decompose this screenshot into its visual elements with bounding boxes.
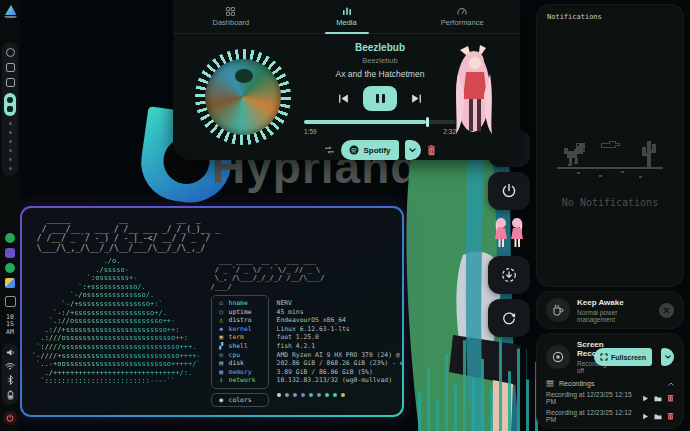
- tray-icon-purple[interactable]: [5, 248, 15, 258]
- keep-awake-toggle[interactable]: [659, 303, 674, 318]
- keep-awake-title: Keep Awake: [577, 298, 652, 307]
- fetch-value: NERV: [277, 299, 402, 308]
- terminal-content: _____ __ __ _ / ___/__ _ ___ / /__ ___ _…: [22, 208, 402, 415]
- recording-label: Recording at 12/23/25 12:15 PM: [546, 391, 637, 405]
- tab-label: Media: [336, 18, 356, 27]
- delete-icon[interactable]: [667, 412, 674, 420]
- power-button[interactable]: [3, 411, 17, 425]
- fetch-value: foot 1.25.0: [277, 333, 402, 342]
- spotify-icon: [349, 145, 359, 155]
- terminal-window[interactable]: _____ __ __ _ / ___/__ _ ___ / /__ ___ _…: [20, 206, 404, 417]
- fetch-label: kernel: [229, 325, 252, 334]
- fetch-value: 10.132.83.213/32 (wg0-mullvad): [277, 376, 402, 385]
- fetch-value: Linux 6.12.63-1-lts: [277, 325, 402, 334]
- palette-icon: ●: [218, 396, 225, 404]
- track-artist: Ax and the Hatchetmen: [300, 69, 460, 79]
- ascii-art-endeavouros-logo: ./o. ./sssso- `:osssssss+- `:+ssssssssss…: [32, 257, 201, 407]
- ascii-art-hostname: ___ ____ __ _ ___ ___ / _ `/ _ \/ ' \/_ …: [211, 257, 402, 291]
- fetch-values: NERV 45 mins EndeavourOS x86_64 Linux 6.…: [277, 295, 402, 407]
- media-tab-content: Beezlebub Beezlebub Ax and the Hatchetme…: [173, 34, 520, 160]
- distro-icon: △: [218, 316, 225, 325]
- dashboard-grid-icon: [226, 7, 235, 16]
- folder-icon[interactable]: [654, 395, 662, 402]
- progress-bar[interactable]: [304, 120, 456, 124]
- workspace-dot[interactable]: [9, 167, 12, 170]
- fetch-value: 3.89 GiB / 86.06 GiB (5%): [277, 368, 402, 377]
- play-icon[interactable]: [642, 395, 649, 402]
- clock-widget: 10 15 AM: [6, 314, 14, 337]
- previous-track-button[interactable]: [338, 93, 349, 104]
- uptime-icon: ○: [218, 308, 225, 317]
- recording-label: Recording at 12/23/25 12:12 PM: [546, 409, 637, 423]
- endeavouros-logo-icon[interactable]: [3, 4, 18, 18]
- workspace-dot[interactable]: [9, 122, 12, 125]
- active-workspace-indicator[interactable]: [4, 93, 16, 116]
- fetch-label: disk: [229, 359, 244, 368]
- fetch-value: EndeavourOS x86_64: [277, 316, 402, 325]
- workspace-dot[interactable]: [9, 131, 12, 134]
- player-switch-icon[interactable]: [324, 145, 335, 155]
- fetch-label: uptime: [229, 308, 252, 317]
- elapsed-time: 1:59: [304, 128, 317, 135]
- track-album: Beezlebub: [300, 56, 460, 65]
- player-dropdown-button[interactable]: [405, 140, 421, 160]
- workspace-dot[interactable]: [9, 140, 12, 143]
- tray-icon-green[interactable]: [5, 233, 15, 243]
- workspace-app-icon[interactable]: [6, 63, 15, 72]
- close-player-button[interactable]: [427, 145, 436, 156]
- restart-button[interactable]: [488, 299, 530, 337]
- screen-recorder-card: Screen Recorder Recording off Fullscreen…: [536, 333, 684, 429]
- tab-media[interactable]: Media: [289, 0, 405, 33]
- workspaces-widget[interactable]: [2, 42, 18, 176]
- update-button[interactable]: [488, 256, 530, 294]
- fetch-label: cpu: [229, 351, 241, 360]
- folder-icon[interactable]: [654, 413, 662, 420]
- player-select-button[interactable]: Spotify: [341, 140, 398, 160]
- terminal-color-palette: [277, 393, 402, 397]
- screen-recorder-title: Screen Recorder: [577, 340, 587, 358]
- tray-icon-chart[interactable]: [5, 278, 15, 288]
- fetch-value: 202.86 GiB / 868.26 GiB (23%) - ext4: [277, 359, 402, 368]
- progress-handle[interactable]: [426, 117, 429, 127]
- tab-performance[interactable]: Performance: [404, 0, 520, 33]
- next-track-button[interactable]: [411, 93, 422, 104]
- fetch-label: term: [229, 333, 244, 342]
- clipboard-tray-icon[interactable]: [5, 296, 16, 307]
- close-icon: [663, 307, 670, 314]
- disk-icon: ▤: [218, 359, 225, 368]
- tray-icon-green-alt[interactable]: [5, 263, 15, 273]
- recordings-header: Recordings: [559, 380, 594, 387]
- collapse-chevron-icon[interactable]: [668, 382, 674, 386]
- cpu-icon: ◎: [218, 351, 225, 360]
- record-mode-dropdown[interactable]: [661, 348, 674, 366]
- desktop: Hyprland: [0, 0, 690, 431]
- delete-icon[interactable]: [667, 394, 674, 402]
- status-icons[interactable]: [2, 343, 18, 405]
- network-icon: ↕: [218, 376, 225, 385]
- fetch-label: hname: [229, 299, 248, 308]
- workspace-dot[interactable]: [9, 149, 12, 152]
- chibi-characters-art: [492, 215, 526, 251]
- system-tray: [5, 233, 15, 288]
- dashboard-tabs: Dashboard Media Performance: [173, 0, 520, 34]
- recording-row[interactable]: Recording at 12/23/25 12:15 PM: [546, 391, 674, 405]
- workspace-app-icon[interactable]: [6, 78, 15, 87]
- performance-gauge-icon: [457, 7, 467, 16]
- notifications-panel: Notifications: [536, 4, 684, 287]
- recording-row[interactable]: Recording at 12/23/25 12:12 PM: [546, 409, 674, 423]
- play-icon[interactable]: [642, 413, 649, 420]
- fetch-value: fish 4.2.1: [277, 342, 402, 351]
- shutdown-button[interactable]: [488, 172, 530, 210]
- workspace-dot[interactable]: [9, 158, 12, 161]
- workspace-app-icon[interactable]: [6, 48, 15, 57]
- fetch-label: distro: [229, 316, 252, 325]
- empty-notifications-text: No Notifications: [562, 197, 658, 208]
- status-bar: 10 15 AM: [0, 0, 20, 431]
- notifications-title: Notifications: [547, 13, 602, 21]
- fullscreen-label: Fullscreen: [611, 354, 646, 361]
- pause-button[interactable]: [363, 86, 397, 111]
- keep-awake-card: Keep Awake Normal power management: [536, 291, 684, 329]
- shell-icon: ▞: [218, 342, 225, 351]
- fullscreen-record-button[interactable]: Fullscreen: [594, 348, 652, 366]
- tab-dashboard[interactable]: Dashboard: [173, 0, 289, 33]
